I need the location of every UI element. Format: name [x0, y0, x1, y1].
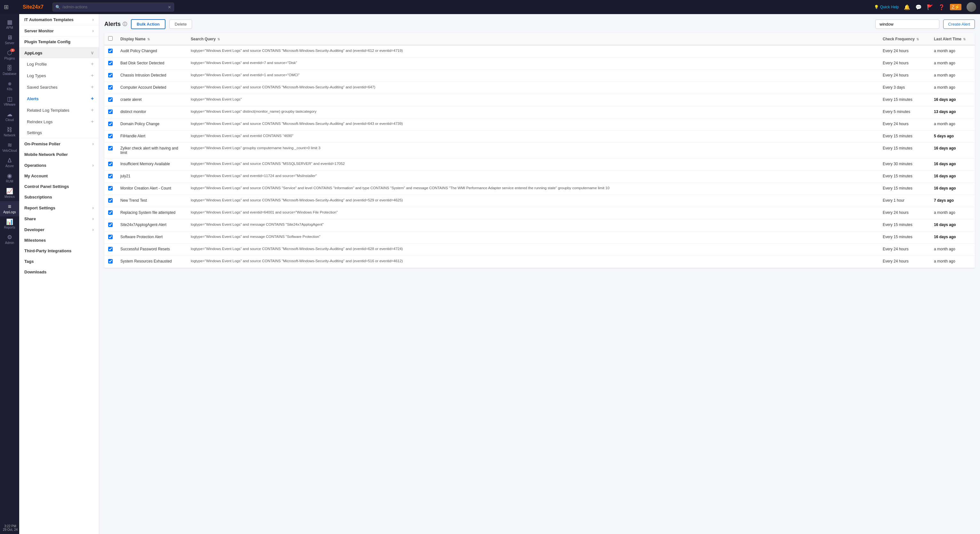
sidebar-item-settings[interactable]: Settings — [19, 128, 99, 138]
alerts-info-icon[interactable]: ⓘ — [123, 21, 127, 27]
row-checkbox-5[interactable] — [108, 110, 113, 114]
chat-icon[interactable]: 💬 — [915, 4, 922, 10]
header-search-query[interactable]: Search Query ⇅ — [187, 33, 879, 45]
header-display-name[interactable]: Display Name ⇅ — [116, 33, 187, 45]
row-checkbox-11[interactable] — [108, 186, 113, 190]
log-types-label: Log Types — [27, 73, 46, 78]
row-checkbox-8[interactable] — [108, 146, 113, 150]
select-all-checkbox[interactable] — [108, 36, 113, 41]
alerts-header: Alerts ⓘ Bulk Action Delete Create Alert — [104, 19, 975, 29]
third-party-label: Third-Party Integrations — [24, 249, 72, 253]
row-checkbox-12[interactable] — [108, 198, 113, 202]
help-circle-icon[interactable]: ❓ — [939, 4, 945, 10]
row-checkbox-9[interactable] — [108, 162, 113, 166]
row-checkbox-1[interactable] — [108, 61, 113, 65]
sidebar-item-vmware[interactable]: ◫ VMware — [0, 94, 19, 109]
header-check-frequency[interactable]: Check Frequency ⇅ — [879, 33, 930, 45]
related-log-templates-plus-icon[interactable]: + — [91, 107, 94, 113]
sidebar-item-on-premise-poller[interactable]: On-Premise Poller › — [19, 138, 99, 149]
sidebar-item-milestones[interactable]: Milestones — [19, 235, 99, 245]
sidebar-item-metrics[interactable]: 📈 Metrics — [0, 186, 19, 201]
flag-icon[interactable]: 🚩 — [927, 4, 933, 10]
sidebar-item-k8s[interactable]: ⎈ K8s — [0, 78, 19, 94]
sidebar-item-plugins[interactable]: ⬡ 3 Plugins — [0, 47, 19, 63]
sidebar-item-reindex-logs[interactable]: ReIndex Logs + — [19, 116, 99, 128]
apps-grid-icon[interactable]: ⊞ — [4, 3, 9, 11]
row-checkbox-cell — [104, 256, 116, 268]
saved-searches-plus-icon[interactable]: + — [91, 84, 94, 90]
sidebar-item-velocloud[interactable]: ≋ VeloCloud — [0, 140, 19, 155]
row-checkbox-14[interactable] — [108, 223, 113, 227]
reindex-logs-label: ReIndex Logs — [27, 120, 52, 124]
zd-icon[interactable]: Z⚡ — [950, 4, 961, 10]
sidebar-item-azure[interactable]: Δ Azure — [0, 155, 19, 170]
row-search-query-16: logtype="Windows Event Logs" and source … — [187, 244, 879, 256]
create-alert-button[interactable]: Create Alert — [943, 19, 975, 29]
clear-search-icon[interactable]: ✕ — [168, 5, 171, 10]
sidebar-item-plugin-template[interactable]: Plugin Template Config — [19, 37, 99, 47]
log-types-plus-icon[interactable]: + — [91, 73, 94, 78]
sidebar-item-admin[interactable]: ⚙ Admin — [0, 232, 19, 247]
sidebar-item-third-party[interactable]: Third-Party Integrations — [19, 245, 99, 256]
row-checkbox-4[interactable] — [108, 97, 113, 102]
header-last-alert-time[interactable]: Last Alert Time ⇅ — [930, 33, 975, 45]
last-alert-sort-icon[interactable]: ⇅ — [963, 37, 966, 41]
sidebar-item-applogs-header[interactable]: AppLogs ∨ — [19, 47, 99, 58]
row-checkbox-6[interactable] — [108, 122, 113, 126]
sidebar-item-applogs[interactable]: ≡ AppLogs — [0, 201, 19, 217]
delete-button[interactable]: Delete — [169, 19, 192, 29]
sidebar-item-alerts[interactable]: Alerts + — [19, 93, 99, 104]
sidebar-item-operations[interactable]: Operations › — [19, 160, 99, 171]
sidebar-item-my-account[interactable]: My Account — [19, 171, 99, 181]
row-last-alert-16: a month ago — [930, 244, 975, 256]
bell-icon[interactable]: 🔔 — [904, 4, 910, 10]
row-checkbox-3[interactable] — [108, 85, 113, 90]
sidebar-item-reports[interactable]: 📊 Reports — [0, 217, 19, 232]
search-query-sort-icon[interactable]: ⇅ — [217, 37, 220, 41]
sidebar-item-developer[interactable]: Developer › — [19, 224, 99, 235]
row-checkbox-13[interactable] — [108, 210, 113, 215]
alerts-plus-icon[interactable]: + — [91, 96, 94, 102]
topbar-search-box[interactable]: 🔍 ✕ — [52, 3, 174, 11]
sidebar-item-database[interactable]: 🗄 Database — [0, 63, 19, 78]
topbar-search-input[interactable] — [62, 5, 168, 9]
row-checkbox-2[interactable] — [108, 73, 113, 78]
logo-num: 24x7 — [32, 4, 43, 10]
sidebar-item-rum[interactable]: ◉ RUM — [0, 170, 19, 186]
sidebar-item-network[interactable]: ⛓ Network — [0, 124, 19, 140]
reindex-logs-plus-icon[interactable]: + — [91, 119, 94, 124]
row-checkbox-cell — [104, 207, 116, 219]
row-checkbox-16[interactable] — [108, 247, 113, 251]
sidebar-item-report-settings[interactable]: Report Settings › — [19, 202, 99, 213]
sidebar-item-server[interactable]: 🖥 Server — [0, 32, 19, 47]
quick-help-link[interactable]: 💡 Quick Help — [874, 5, 899, 9]
sidebar-item-subscriptions[interactable]: Subscriptions — [19, 192, 99, 202]
sidebar-item-server-monitor[interactable]: Server Monitor › — [19, 25, 99, 37]
log-profile-plus-icon[interactable]: + — [91, 61, 94, 67]
sidebar-item-apm[interactable]: ▦ APM — [0, 17, 19, 32]
bulk-action-button[interactable]: Bulk Action — [131, 19, 165, 29]
sidebar-item-tags[interactable]: Tags — [19, 256, 99, 267]
alerts-label: Alerts — [27, 96, 39, 101]
sidebar-item-mobile-network-poller[interactable]: Mobile Network Poller — [19, 149, 99, 160]
sidebar-item-share[interactable]: Share › — [19, 213, 99, 224]
row-last-alert-6: a month ago — [930, 118, 975, 131]
row-checkbox-15[interactable] — [108, 235, 113, 239]
sidebar-item-downloads[interactable]: Downloads — [19, 267, 99, 277]
display-name-sort-icon[interactable]: ⇅ — [147, 37, 150, 41]
row-checkbox-17[interactable] — [108, 259, 113, 263]
sidebar-item-related-log-templates[interactable]: Related Log Templates + — [19, 104, 99, 116]
sidebar-item-it-automation[interactable]: IT Automation Templates › — [19, 14, 99, 25]
row-checkbox-10[interactable] — [108, 174, 113, 179]
sidebar-item-cloud[interactable]: ☁ Cloud — [0, 109, 19, 124]
sidebar-item-log-types[interactable]: Log Types + — [19, 70, 99, 81]
avatar[interactable] — [967, 2, 976, 12]
sidebar-item-saved-searches[interactable]: Saved Searches + — [19, 81, 99, 93]
row-checkbox-0[interactable] — [108, 49, 113, 53]
sidebar-item-log-profile[interactable]: Log Profile + — [19, 58, 99, 70]
row-checkbox-7[interactable] — [108, 134, 113, 138]
row-checkbox-cell — [104, 94, 116, 106]
alerts-search-input[interactable] — [875, 19, 939, 29]
check-frequency-sort-icon[interactable]: ⇅ — [916, 37, 919, 41]
sidebar-item-control-panel[interactable]: Control Panel Settings — [19, 181, 99, 192]
